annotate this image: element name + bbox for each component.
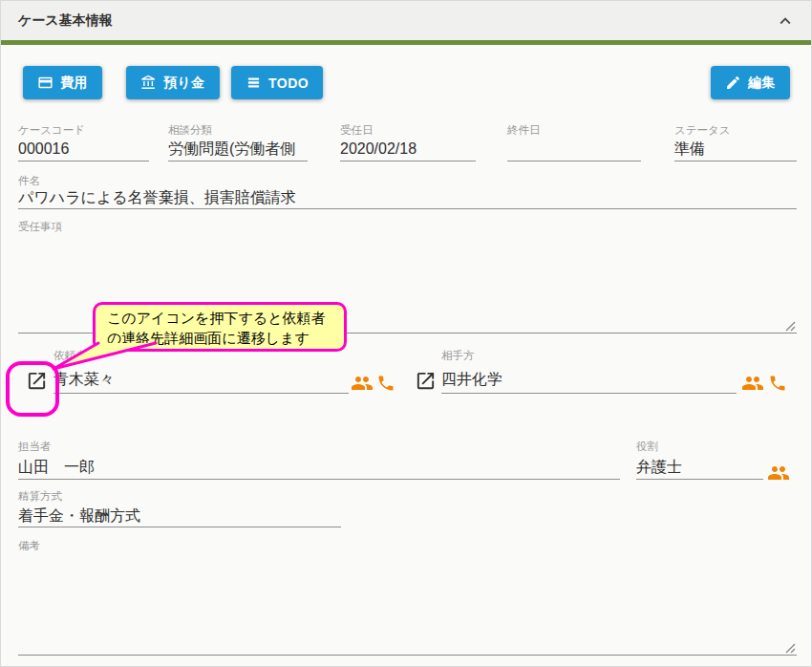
category-field: 労働問題(労働者側 xyxy=(168,140,308,161)
opponent-label: 相手方 xyxy=(441,349,475,363)
list-icon xyxy=(246,75,262,91)
case-code-label: ケースコード xyxy=(18,123,85,138)
chevron-up-icon[interactable] xyxy=(775,11,796,32)
role-field: 弁護士 xyxy=(636,457,763,480)
annotation-line-1: このアイコンを押下すると依頼者 xyxy=(107,308,344,328)
expense-button-label: 費用 xyxy=(60,75,88,92)
panel-header[interactable]: ケース基本情報 xyxy=(1,1,811,40)
subject-label: 件名 xyxy=(18,174,40,188)
edit-button[interactable]: 編集 xyxy=(711,66,790,99)
green-divider xyxy=(1,40,811,45)
role-label: 役割 xyxy=(636,440,658,454)
todo-button-label: TODO xyxy=(268,75,309,91)
billing-field: 着手金・報酬方式 xyxy=(18,506,341,527)
bank-icon xyxy=(140,75,157,91)
close-date-label: 終件日 xyxy=(507,123,541,138)
case-code-field: 000016 xyxy=(18,140,149,161)
opponent-external-link-icon[interactable] xyxy=(415,370,437,392)
todo-button[interactable]: TODO xyxy=(231,66,323,99)
staff-field: 山田 一郎 xyxy=(18,457,620,480)
credit-card-icon xyxy=(37,75,53,91)
accept-date-field: 2020/02/18 xyxy=(340,140,476,161)
resize-handle-icon[interactable] xyxy=(784,640,796,652)
notes-textarea xyxy=(18,550,797,656)
case-basic-info-panel: ケース基本情報 費用 預り金 TODO 編集 ケースコード 000016 相談分… xyxy=(0,0,812,667)
opponent-phone-icon[interactable] xyxy=(768,374,787,393)
opponent-field: 四井化学 xyxy=(441,368,737,394)
pencil-icon xyxy=(725,75,741,91)
annotation-tail xyxy=(39,334,163,377)
staff-label: 担当者 xyxy=(18,440,52,454)
client-group-icon[interactable] xyxy=(351,372,374,395)
status-label: ステータス xyxy=(674,123,731,138)
client-phone-icon[interactable] xyxy=(376,374,395,393)
expense-button[interactable]: 費用 xyxy=(23,66,102,99)
accept-date-label: 受任日 xyxy=(340,123,374,138)
opponent-group-icon[interactable] xyxy=(741,372,764,395)
deposit-button-label: 預り金 xyxy=(163,75,205,92)
edit-button-label: 編集 xyxy=(748,75,776,92)
subject-field: パワハラによる名誉棄損、損害賠償請求 xyxy=(18,188,797,209)
status-field: 準備 xyxy=(674,140,797,161)
category-label: 相談分類 xyxy=(168,123,212,138)
billing-label: 精算方式 xyxy=(18,489,62,504)
close-date-field xyxy=(507,140,641,161)
resize-handle-icon[interactable] xyxy=(784,318,796,330)
deposit-button[interactable]: 預り金 xyxy=(126,66,220,99)
panel-title: ケース基本情報 xyxy=(18,12,113,30)
role-group-icon[interactable] xyxy=(767,462,790,484)
